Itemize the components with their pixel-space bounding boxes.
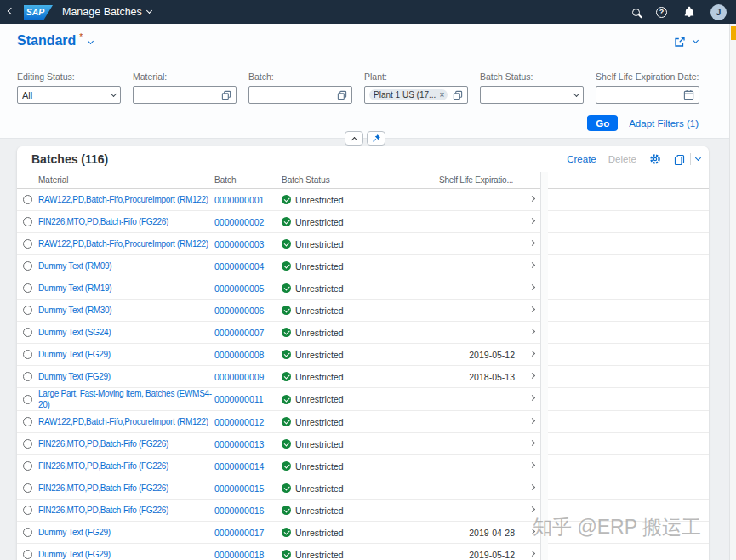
share-button[interactable] xyxy=(673,35,687,49)
table-row[interactable]: FIN226,MTO,PD,Batch-Fifo (FG226) 0000000… xyxy=(17,211,709,233)
table-row[interactable]: FIN226,MTO,PD,Batch-Fifo (FG226) 0000000… xyxy=(17,500,709,522)
plant-input[interactable]: Plant 1 US (17... xyxy=(364,86,468,104)
batch-link[interactable]: 0000000013 xyxy=(214,439,264,449)
table-row[interactable]: Dummy Text (FG29) 0000000008 Unrestricte… xyxy=(17,344,709,366)
material-link[interactable]: Large Part, Fast-Moving Item, Batches (E… xyxy=(38,389,212,409)
adapt-filters-link[interactable]: Adapt Filters (1) xyxy=(629,118,699,129)
batch-link[interactable]: 0000000015 xyxy=(214,483,264,494)
row-select-radio[interactable] xyxy=(23,528,32,537)
row-navigation-chevron-icon[interactable] xyxy=(528,506,534,511)
row-navigation-chevron-icon[interactable] xyxy=(528,372,534,378)
table-row[interactable]: Dummy Text (RM09) 0000000004 Unrestricte… xyxy=(17,255,709,277)
material-link[interactable]: RAW122,PD,Batch-Fifo,ProcureImport (RM12… xyxy=(38,195,208,204)
batch-link[interactable]: 0000000002 xyxy=(214,217,264,227)
table-scrollbar[interactable] xyxy=(540,172,548,560)
row-select-radio[interactable] xyxy=(23,550,32,559)
batch-link[interactable]: 0000000003 xyxy=(214,239,264,249)
app-title-menu[interactable]: Manage Batches xyxy=(62,6,151,18)
row-select-radio[interactable] xyxy=(23,417,32,426)
row-select-radio[interactable] xyxy=(23,306,32,315)
batch-link[interactable]: 0000000009 xyxy=(214,372,264,382)
batch-input[interactable] xyxy=(248,86,352,104)
table-row[interactable]: Dummy Text (FG29) 0000000018 Unrestricte… xyxy=(17,544,709,560)
row-select-radio[interactable] xyxy=(23,461,32,471)
row-select-radio[interactable] xyxy=(23,395,32,404)
batch-link[interactable]: 0000000014 xyxy=(214,461,264,471)
material-link[interactable]: Dummy Text (FG29) xyxy=(38,350,111,359)
material-link[interactable]: Dummy Text (RM19) xyxy=(38,283,111,293)
row-navigation-chevron-icon[interactable] xyxy=(528,417,534,423)
help-button[interactable] xyxy=(655,6,668,19)
table-row[interactable]: FIN226,MTO,PD,Batch-Fifo (FG226) 0000000… xyxy=(17,477,709,500)
material-link[interactable]: FIN226,MTO,PD,Batch-Fifo (FG226) xyxy=(38,483,168,493)
batch-link[interactable]: 0000000006 xyxy=(214,306,264,316)
table-row[interactable]: Dummy Text (SG24) 0000000007 Unrestricte… xyxy=(17,322,709,344)
row-navigation-chevron-icon[interactable] xyxy=(528,306,534,311)
material-link[interactable]: FIN226,MTO,PD,Batch-Fifo (FG226) xyxy=(38,461,168,471)
batch-link[interactable]: 0000000012 xyxy=(214,417,264,427)
batch-link[interactable]: 0000000001 xyxy=(214,195,264,205)
row-select-radio[interactable] xyxy=(23,483,32,493)
material-link[interactable]: FIN226,MTO,PD,Batch-Fifo (FG226) xyxy=(38,506,168,515)
row-navigation-chevron-icon[interactable] xyxy=(528,261,534,267)
batch-link[interactable]: 0000000018 xyxy=(214,550,264,560)
page-scrollbar[interactable] xyxy=(729,24,736,560)
material-link[interactable]: Dummy Text (FG29) xyxy=(38,550,111,559)
batch-link[interactable]: 0000000017 xyxy=(214,528,264,538)
create-button[interactable]: Create xyxy=(567,154,596,164)
calendar-icon[interactable] xyxy=(683,89,694,100)
value-help-icon[interactable] xyxy=(221,90,231,100)
row-select-radio[interactable] xyxy=(23,328,32,337)
table-row[interactable]: Dummy Text (FG29) 0000000017 Unrestricte… xyxy=(17,522,709,544)
batch-link[interactable]: 0000000007 xyxy=(214,328,264,338)
row-navigation-chevron-icon[interactable] xyxy=(528,239,534,245)
table-row[interactable]: FIN226,MTO,PD,Batch-Fifo (FG226) 0000000… xyxy=(17,433,709,455)
material-link[interactable]: Dummy Text (SG24) xyxy=(38,328,111,337)
row-select-radio[interactable] xyxy=(23,283,32,293)
row-select-radio[interactable] xyxy=(23,261,32,271)
material-link[interactable]: FIN226,MTO,PD,Batch-Fifo (FG226) xyxy=(38,439,168,449)
batch-column-header[interactable]: Batch xyxy=(214,175,282,185)
value-help-icon[interactable] xyxy=(337,90,347,100)
row-select-radio[interactable] xyxy=(23,372,32,381)
export-menu-button[interactable] xyxy=(674,153,700,165)
value-help-icon[interactable] xyxy=(453,90,463,100)
search-button[interactable] xyxy=(631,8,641,17)
row-navigation-chevron-icon[interactable] xyxy=(528,195,534,201)
table-row[interactable]: Dummy Text (FG29) 0000000009 Unrestricte… xyxy=(17,366,709,388)
variant-selector[interactable]: Standard * xyxy=(17,33,93,49)
batch-link[interactable]: 0000000004 xyxy=(214,261,264,271)
row-select-radio[interactable] xyxy=(23,239,32,249)
table-row[interactable]: RAW122,PD,Batch-Fifo,ProcureImport (RM12… xyxy=(17,189,709,211)
row-navigation-chevron-icon[interactable] xyxy=(528,350,534,356)
header-menu-button[interactable] xyxy=(693,40,699,43)
row-select-radio[interactable] xyxy=(23,217,32,226)
batch-status-column-header[interactable]: Batch Status xyxy=(282,175,439,185)
row-select-radio[interactable] xyxy=(23,439,32,449)
batch-status-select[interactable] xyxy=(480,86,584,104)
material-link[interactable]: Dummy Text (FG29) xyxy=(38,528,111,537)
row-navigation-chevron-icon[interactable] xyxy=(528,217,534,223)
batch-link[interactable]: 0000000016 xyxy=(214,506,264,516)
row-select-radio[interactable] xyxy=(23,195,32,204)
row-select-radio[interactable] xyxy=(23,506,32,515)
batch-link[interactable]: 0000000011 xyxy=(214,394,264,404)
row-navigation-chevron-icon[interactable] xyxy=(528,328,534,334)
editing-status-select[interactable]: All xyxy=(17,86,121,104)
table-row[interactable]: RAW122,PD,Batch-Fifo,ProcureImport (RM12… xyxy=(17,233,709,255)
shelf-life-column-header[interactable]: Shelf Life Expiratio... xyxy=(439,175,523,185)
material-input[interactable] xyxy=(133,86,237,104)
row-navigation-chevron-icon[interactable] xyxy=(528,528,534,534)
table-row[interactable]: RAW122,PD,Batch-Fifo,ProcureImport (RM12… xyxy=(17,411,709,433)
row-navigation-chevron-icon[interactable] xyxy=(528,439,534,445)
row-navigation-chevron-icon[interactable] xyxy=(528,395,534,401)
table-row[interactable]: Dummy Text (RM19) 0000000005 Unrestricte… xyxy=(17,277,709,300)
notifications-button[interactable] xyxy=(682,5,696,19)
row-select-radio[interactable] xyxy=(23,350,32,359)
table-settings-button[interactable] xyxy=(648,152,662,166)
batch-link[interactable]: 0000000008 xyxy=(214,350,264,360)
shelf-life-date-input[interactable] xyxy=(596,86,699,104)
material-link[interactable]: Dummy Text (RM30) xyxy=(38,306,111,315)
batch-link[interactable]: 0000000005 xyxy=(214,283,264,294)
material-link[interactable]: Dummy Text (FG29) xyxy=(38,372,111,381)
